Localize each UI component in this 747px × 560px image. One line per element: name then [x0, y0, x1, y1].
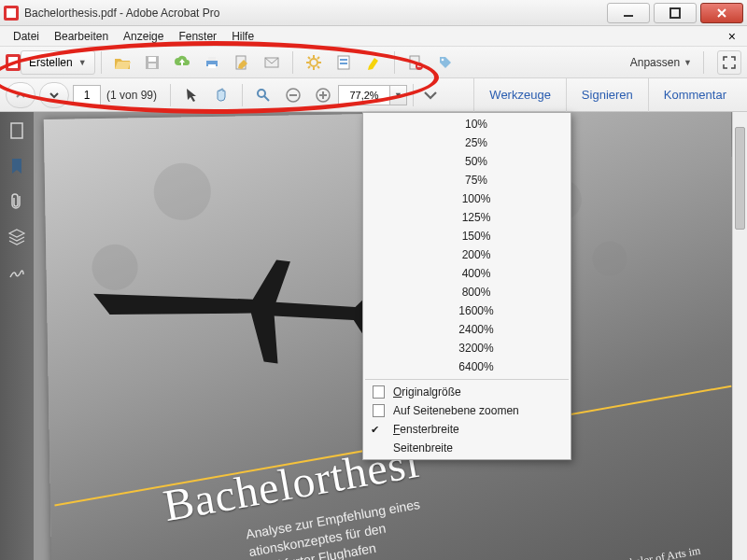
svg-point-16 — [441, 58, 444, 61]
highlight-button[interactable] — [360, 50, 387, 75]
create-label: Erstellen — [29, 56, 73, 69]
select-tool-button[interactable] — [178, 83, 204, 107]
svg-rect-7 — [208, 64, 216, 68]
delete-button[interactable] — [402, 50, 429, 75]
zoom-option-fit-page[interactable]: Auf Seitenebene zoomen — [363, 401, 571, 420]
svg-rect-0 — [624, 15, 633, 17]
zoom-option-2400[interactable]: 2400% — [363, 320, 571, 339]
svg-rect-6 — [208, 57, 216, 61]
menu-datei[interactable]: Datei — [6, 28, 47, 45]
open-button[interactable] — [109, 50, 135, 75]
menu-hilfe[interactable]: Hilfe — [224, 28, 261, 45]
divider — [703, 51, 704, 74]
navigation-sidebar — [0, 112, 34, 560]
layers-icon[interactable] — [7, 228, 26, 246]
svg-point-17 — [258, 90, 265, 97]
zoom-dropdown-button[interactable]: ▼ — [390, 85, 407, 105]
zoom-option-3200[interactable]: 3200% — [363, 339, 571, 357]
signatures-icon[interactable] — [7, 263, 26, 282]
svg-rect-13 — [340, 63, 347, 64]
minimize-button[interactable] — [607, 3, 650, 23]
zoom-option-75[interactable]: 75% — [363, 171, 571, 189]
menu-bar: Datei Bearbeiten Anzeige Fenster Hilfe × — [0, 26, 747, 47]
zoom-option-200[interactable]: 200% — [363, 245, 571, 264]
zoom-in-button[interactable] — [310, 83, 336, 107]
cloud-button[interactable] — [169, 50, 195, 75]
toolbar-primary: Erstellen ▼ Anpassen ▼ — [0, 47, 747, 78]
zoom-option-original[interactable]: Originalgröße — [363, 383, 571, 401]
chevron-down-icon: ▼ — [78, 58, 87, 67]
divider — [292, 51, 293, 74]
create-pdf-icon — [6, 54, 21, 71]
attachments-icon[interactable] — [7, 192, 26, 211]
thumbnails-icon[interactable] — [7, 121, 26, 140]
menu-fenster[interactable]: Fenster — [171, 28, 224, 45]
zoom-option-400[interactable]: 400% — [363, 264, 571, 283]
zoom-option-150[interactable]: 150% — [363, 227, 571, 245]
form-button[interactable] — [331, 50, 357, 75]
zoom-option-800[interactable]: 800% — [363, 283, 571, 301]
mail-button[interactable] — [259, 50, 285, 75]
menu-anzeige[interactable]: Anzeige — [116, 28, 171, 45]
bookmarks-icon[interactable] — [7, 157, 26, 175]
zoom-out-button[interactable] — [280, 83, 306, 107]
page-icon — [373, 404, 385, 417]
divider — [413, 84, 414, 106]
hand-tool-button[interactable] — [208, 83, 234, 107]
page-icon — [373, 385, 385, 399]
maximize-button[interactable] — [654, 3, 697, 23]
chevron-down-icon: ▼ — [684, 58, 692, 67]
page-up-button[interactable] — [6, 82, 35, 108]
close-button[interactable] — [700, 3, 743, 23]
zoom-option-50[interactable]: 50% — [363, 152, 571, 171]
print-button[interactable] — [199, 50, 225, 75]
menu-separator — [365, 379, 569, 380]
window-titlebar: Bachelorthesis.pdf - Adobe Acrobat Pro — [0, 0, 747, 26]
svg-rect-1 — [670, 8, 680, 18]
divider — [394, 51, 395, 74]
toolbar-navigation: (1 von 99) ▼ Werkzeuge Signieren Komment… — [0, 78, 747, 112]
tab-kommentar[interactable]: Kommentar — [648, 78, 741, 112]
app-icon — [4, 6, 19, 21]
tab-werkzeuge[interactable]: Werkzeuge — [473, 78, 566, 112]
toolbar-menu-button[interactable] — [421, 83, 440, 107]
zoom-option-1600[interactable]: 1600% — [363, 301, 571, 320]
scrollbar-thumb[interactable] — [735, 127, 745, 230]
svg-point-10 — [310, 59, 317, 66]
divider — [170, 84, 171, 106]
document-close-icon[interactable]: × — [723, 29, 741, 44]
zoom-option-25[interactable]: 25% — [363, 133, 571, 152]
zoom-option-100[interactable]: 100% — [363, 189, 571, 208]
divider — [101, 51, 102, 74]
zoom-option-10[interactable]: 10% — [363, 115, 571, 133]
page-down-button[interactable] — [39, 82, 69, 108]
zoom-option-window-width[interactable]: ✔Fensterbreite — [363, 420, 571, 439]
menu-bearbeiten[interactable]: Bearbeiten — [47, 28, 116, 45]
tab-signieren[interactable]: Signieren — [566, 78, 648, 112]
settings-button[interactable] — [301, 50, 327, 75]
zoom-value-input[interactable] — [338, 85, 390, 105]
zoom-option-6400[interactable]: 6400% — [363, 357, 571, 376]
vertical-scrollbar[interactable] — [732, 112, 747, 560]
customize-label: Anpassen — [630, 56, 680, 69]
right-panel-tabs: Werkzeuge Signieren Kommentar — [473, 78, 741, 112]
tag-button[interactable] — [432, 50, 458, 75]
page-count-label: (1 von 99) — [106, 89, 157, 102]
svg-rect-3 — [148, 57, 156, 62]
create-button[interactable]: Erstellen ▼ — [21, 50, 95, 75]
svg-rect-20 — [11, 123, 22, 138]
fullscreen-button[interactable] — [717, 50, 741, 75]
zoom-option-125[interactable]: 125% — [363, 208, 571, 227]
zoom-dropdown-menu: 10% 25% 50% 75% 100% 125% 150% 200% 400%… — [362, 112, 571, 460]
svg-rect-12 — [340, 59, 347, 61]
window-title: Bachelorthesis.pdf - Adobe Acrobat Pro — [24, 7, 603, 20]
zoom-marquee-button[interactable] — [250, 83, 276, 107]
save-button[interactable] — [139, 50, 165, 75]
divider — [242, 84, 243, 106]
zoom-option-page-width[interactable]: Seitenbreite — [363, 439, 571, 457]
customize-button[interactable]: Anpassen ▼ — [625, 52, 698, 73]
edit-button[interactable] — [229, 50, 255, 75]
check-icon: ✔ — [371, 424, 379, 436]
page-number-input[interactable] — [73, 85, 101, 105]
svg-rect-4 — [148, 63, 156, 68]
